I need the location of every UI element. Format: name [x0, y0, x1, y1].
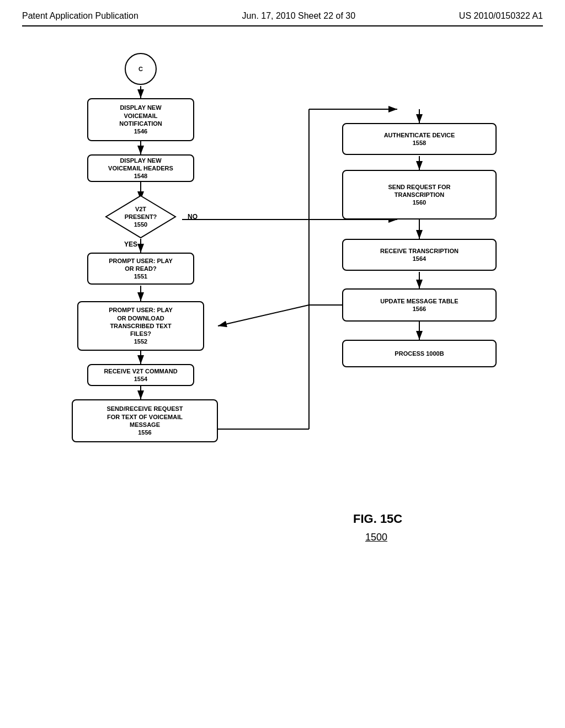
update-message-table-box: UPDATE MESSAGE TABLE 1566: [342, 288, 497, 322]
display-voicemail-notif-label: DISPLAY NEW VOICEMAIL NOTIFICATION 1546: [119, 104, 162, 135]
receive-v2t-label: RECEIVE V2T COMMAND 1554: [104, 367, 177, 383]
v2t-present-diamond: V2T PRESENT? 1550: [105, 195, 177, 239]
fig-number: 1500: [365, 532, 387, 543]
svg-line-18: [218, 305, 309, 326]
receive-v2t-box: RECEIVE V2T COMMAND 1554: [87, 364, 194, 386]
c-connector: C: [125, 53, 157, 85]
page: Patent Application Publication Jun. 17, …: [0, 0, 565, 728]
authenticate-device-box: AUTHENTICATE DEVICE 1558: [342, 123, 497, 155]
header-center: Jun. 17, 2010 Sheet 22 of 30: [242, 11, 356, 21]
display-voicemail-notif-box: DISPLAY NEW VOICEMAIL NOTIFICATION 1546: [87, 98, 194, 141]
prompt-play-read-label: PROMPT USER: PLAY OR READ? 1551: [109, 257, 173, 281]
send-receive-request-label: SEND/RECEIVE REQUEST FOR TEXT OF VOICEMA…: [106, 405, 183, 436]
send-receive-request-box: SEND/RECEIVE REQUEST FOR TEXT OF VOICEMA…: [72, 399, 218, 442]
receive-transcription-label: RECEIVE TRANSCRIPTION 1564: [380, 247, 459, 263]
receive-transcription-box: RECEIVE TRANSCRIPTION 1564: [342, 239, 497, 271]
process-1000b-label: PROCESS 1000B: [395, 350, 444, 357]
no-label: NO: [188, 213, 198, 221]
header-right: US 2010/0150322 A1: [459, 11, 543, 21]
display-voicemail-headers-label: DISPLAY NEW VOICEMAIL HEADERS 1548: [108, 157, 173, 180]
fig-label: FIG. 15C: [353, 512, 402, 526]
process-1000b-box: PROCESS 1000B: [342, 340, 497, 367]
page-header: Patent Application Publication Jun. 17, …: [22, 11, 543, 26]
prompt-play-read-box: PROMPT USER: PLAY OR READ? 1551: [87, 253, 194, 285]
header-left: Patent Application Publication: [22, 11, 138, 21]
authenticate-device-label: AUTHENTICATE DEVICE 1558: [384, 131, 455, 147]
send-request-transcription-box: SEND REQUEST FOR TRANSCRIPTION 1560: [342, 170, 497, 220]
diagram-area: C DISPLAY NEW VOICEMAIL NOTIFICATION 154…: [22, 38, 543, 672]
prompt-play-download-box: PROMPT USER: PLAY OR DOWNLOAD TRANSCRIBE…: [77, 301, 204, 351]
update-message-table-label: UPDATE MESSAGE TABLE 1566: [380, 297, 458, 313]
send-request-transcription-label: SEND REQUEST FOR TRANSCRIPTION 1560: [388, 183, 450, 207]
display-voicemail-headers-box: DISPLAY NEW VOICEMAIL HEADERS 1548: [87, 154, 194, 182]
yes-label: YES: [124, 240, 137, 248]
prompt-play-download-label: PROMPT USER: PLAY OR DOWNLOAD TRANSCRIBE…: [109, 306, 173, 345]
